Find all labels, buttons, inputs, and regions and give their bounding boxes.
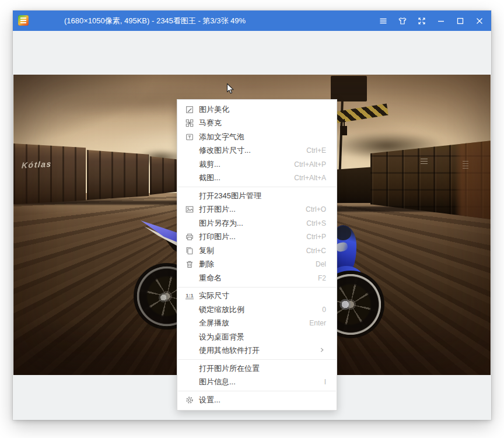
one-to-one-icon: 1:1 [184, 291, 195, 300]
minimize-button[interactable] [431, 10, 450, 31]
menu-item-actual-size[interactable]: 1:1 实际尺寸 [177, 289, 337, 303]
crane-head [331, 76, 367, 101]
menu-item-open-image-manager[interactable]: 打开2345图片管理 [177, 189, 337, 203]
text-bubble-icon [184, 132, 195, 142]
freight-car: Kótlas [13, 143, 86, 204]
menu-separator [178, 359, 336, 360]
app-logo-icon [18, 15, 29, 26]
icon-spacer [184, 332, 195, 342]
motorcycle-headlight [335, 241, 349, 253]
mosaic-icon [184, 118, 195, 128]
icon-spacer [184, 173, 195, 183]
icon-spacer [184, 274, 195, 283]
fullscreen-button[interactable] [412, 10, 431, 31]
edit-icon [184, 105, 195, 114]
submenu-arrow-icon [318, 346, 326, 356]
menu-item-print[interactable]: 打印图片... Ctrl+P [177, 230, 337, 244]
menu-separator [178, 287, 336, 288]
icon-spacer [184, 191, 195, 201]
menu-item-delete[interactable]: 删除 Del [177, 258, 337, 272]
window-controls [373, 10, 489, 31]
context-menu: 图片美化 马赛克 添加文字气泡 修改图片尺寸... Ctrl+E 裁剪... [177, 99, 337, 411]
maximize-icon [455, 16, 466, 26]
skin-icon [397, 16, 408, 26]
app-window: (1680×1050像素, 495KB) - 2345看图王 - 第3/3张 4… [13, 10, 491, 420]
icon-spacer [184, 318, 195, 328]
window-title: (1680×1050像素, 495KB) - 2345看图王 - 第3/3张 4… [64, 10, 246, 31]
icon-spacer [184, 346, 195, 355]
menu-item-add-text-bubble[interactable]: 添加文字气泡 [177, 130, 337, 144]
trash-icon [184, 260, 195, 269]
icon-spacer [184, 160, 195, 169]
toolbar-area [13, 31, 491, 75]
menu-item-open-with[interactable]: 使用其他软件打开 [177, 344, 337, 358]
fullscreen-icon [416, 16, 427, 26]
graffiti-text: Kótlas [22, 159, 52, 170]
motorcycle-windscreen [335, 226, 351, 240]
menu-separator [178, 187, 336, 187]
menu-item-set-wallpaper[interactable]: 设为桌面背景 [177, 330, 337, 344]
image-icon [184, 205, 195, 214]
icon-spacer [184, 377, 195, 387]
menu-item-screenshot[interactable]: 截图... Ctrl+Alt+A [177, 171, 337, 185]
copy-icon [184, 246, 195, 255]
crane-hook [340, 126, 347, 135]
menu-item-save-as[interactable]: 图片另存为... Ctrl+S [177, 216, 337, 230]
screen: { "titlebar": { "title": "(1680×1050像素, … [0, 0, 504, 438]
menu-item-resize[interactable]: 修改图片尺寸... Ctrl+E [177, 144, 337, 158]
menu-item-open-image[interactable]: 打开图片... Ctrl+O [177, 203, 337, 217]
minimize-icon [436, 16, 446, 26]
menu-icon [378, 16, 388, 26]
car-marking [421, 159, 428, 164]
icon-spacer [184, 364, 195, 373]
menu-item-mosaic[interactable]: 马赛克 [177, 117, 337, 131]
maximize-button[interactable] [450, 10, 470, 31]
main-menu-button[interactable] [373, 10, 393, 31]
close-icon [474, 16, 485, 26]
close-button[interactable] [470, 10, 489, 31]
freight-car [333, 167, 375, 203]
icon-spacer [184, 219, 195, 228]
printer-icon [184, 232, 195, 241]
menu-separator [178, 391, 336, 391]
titlebar[interactable]: (1680×1050像素, 495KB) - 2345看图王 - 第3/3张 4… [13, 10, 491, 31]
menu-item-image-info[interactable]: 图片信息... I [177, 376, 337, 390]
menu-item-crop[interactable]: 裁剪... Ctrl+Alt+P [177, 157, 337, 171]
menu-item-fullscreen-play[interactable]: 全屏播放 Enter [177, 317, 337, 331]
icon-spacer [184, 305, 195, 314]
mouse-cursor [226, 83, 235, 97]
gear-icon [184, 395, 195, 405]
menu-item-open-file-location[interactable]: 打开图片所在位置 [177, 362, 337, 376]
menu-item-beautify[interactable]: 图片美化 [177, 103, 337, 117]
freight-car [87, 150, 149, 200]
skin-button[interactable] [393, 10, 412, 31]
menu-item-copy[interactable]: 复制 Ctrl+C [177, 244, 337, 258]
window-content: Kótlas [13, 31, 491, 420]
menu-item-rename[interactable]: 重命名 F2 [177, 271, 337, 285]
car-marking [463, 161, 468, 169]
menu-item-settings[interactable]: 设置... [177, 393, 337, 407]
menu-item-lock-zoom-ratio[interactable]: 锁定缩放比例 0 [177, 303, 337, 317]
icon-spacer [184, 146, 195, 155]
